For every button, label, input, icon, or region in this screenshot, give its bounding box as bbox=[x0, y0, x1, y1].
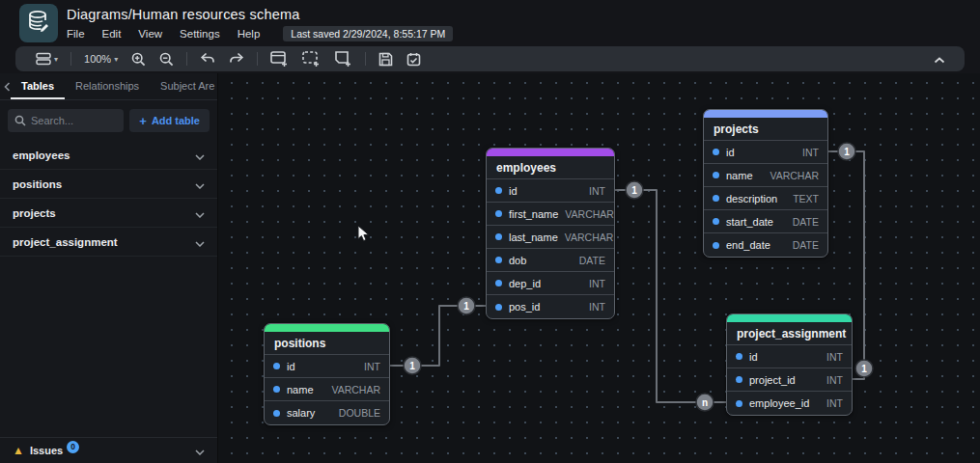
field-row-description[interactable]: descriptionTEXT bbox=[704, 187, 827, 210]
field-row-dep_id[interactable]: dep_idINT bbox=[487, 272, 614, 295]
field-row-name[interactable]: nameVARCHAR bbox=[265, 378, 389, 401]
field-dot-icon bbox=[495, 304, 502, 311]
field-type: INT bbox=[826, 397, 843, 409]
field-row-dob[interactable]: dobDATE bbox=[487, 249, 614, 272]
add-table-button[interactable]: + Add table bbox=[129, 109, 210, 132]
menu-file[interactable]: File bbox=[67, 28, 85, 40]
sidebar-item-employees[interactable]: employees bbox=[0, 141, 217, 170]
field-row-end_date[interactable]: end_dateDATE bbox=[704, 233, 827, 257]
field-name: project_id bbox=[749, 374, 820, 386]
table-accent-strip bbox=[265, 324, 389, 332]
sidebar-search-row: + Add table bbox=[0, 100, 217, 141]
table-header[interactable]: employees bbox=[487, 156, 614, 179]
redo-button[interactable] bbox=[222, 46, 251, 71]
undo-button[interactable] bbox=[193, 46, 222, 71]
field-row-id[interactable]: idINT bbox=[265, 355, 389, 378]
table-header[interactable]: project_assignment bbox=[727, 322, 852, 345]
save-icon bbox=[378, 52, 393, 67]
field-dot-icon bbox=[736, 400, 742, 407]
database-edit-icon bbox=[26, 9, 51, 38]
add-area-tool[interactable] bbox=[295, 46, 327, 71]
field-name: description bbox=[726, 193, 786, 204]
field-type: INT bbox=[589, 301, 605, 313]
field-row-last_name[interactable]: last_nameVARCHAR bbox=[487, 226, 614, 249]
zoom-out-button[interactable] bbox=[153, 46, 181, 71]
app-logo[interactable] bbox=[19, 4, 58, 42]
entity-table-project_assignment[interactable]: project_assignmentidINTproject_idINTempl… bbox=[726, 313, 853, 416]
field-name: pos_id bbox=[509, 301, 582, 313]
issues-section[interactable]: ▲ Issues 0 bbox=[0, 437, 217, 463]
zoom-in-button[interactable] bbox=[125, 46, 153, 71]
field-dot-icon bbox=[273, 410, 280, 417]
entity-table-employees[interactable]: employeesidINTfirst_nameVARCHARlast_name… bbox=[486, 148, 615, 319]
field-name: name bbox=[726, 170, 763, 181]
field-dot-icon bbox=[713, 172, 719, 178]
field-name: id bbox=[749, 351, 820, 363]
todo-button[interactable] bbox=[400, 46, 428, 71]
menu-settings[interactable]: Settings bbox=[180, 28, 220, 40]
collapse-header-button[interactable] bbox=[928, 50, 951, 68]
cardinality-badge bbox=[404, 357, 421, 374]
field-row-id[interactable]: idINT bbox=[704, 141, 827, 164]
diagram-menu-icon bbox=[36, 52, 51, 66]
tab-relationships[interactable]: Relationships bbox=[65, 73, 150, 99]
chevron-down-icon: ▾ bbox=[114, 55, 118, 64]
chevron-down-icon bbox=[195, 147, 205, 164]
tabs-scroll-left-button[interactable] bbox=[4, 73, 11, 99]
field-row-pos_id[interactable]: pos_idINT bbox=[487, 295, 614, 318]
sidebar-item-project_assignment[interactable]: project_assignment bbox=[0, 228, 217, 257]
tab-subject-are[interactable]: Subject Are bbox=[150, 73, 225, 99]
add-table-tool[interactable] bbox=[264, 46, 295, 71]
field-dot-icon bbox=[713, 195, 719, 202]
sidebar-item-projects[interactable]: projects bbox=[0, 199, 217, 228]
table-header[interactable]: projects bbox=[704, 118, 827, 141]
field-row-first_name[interactable]: first_nameVARCHAR bbox=[487, 203, 614, 226]
table-accent-strip bbox=[727, 314, 852, 322]
table-header[interactable]: positions bbox=[265, 332, 389, 355]
cardinality-badge bbox=[458, 297, 475, 314]
menu-bar: FileEditViewSettingsHelpLast saved 2/29/… bbox=[67, 26, 453, 41]
field-row-project_id[interactable]: project_idINT bbox=[727, 368, 852, 392]
field-name: dep_id bbox=[509, 278, 582, 289]
field-dot-icon bbox=[495, 280, 502, 286]
field-type: VARCHAR bbox=[770, 170, 819, 181]
field-row-name[interactable]: nameVARCHAR bbox=[704, 164, 827, 187]
field-name: id bbox=[287, 361, 357, 372]
toolbar-separator bbox=[186, 52, 187, 66]
toolbar-separator bbox=[70, 52, 71, 66]
menu-help[interactable]: Help bbox=[238, 28, 261, 40]
cardinality-label: 1 bbox=[463, 301, 469, 312]
entity-table-projects[interactable]: projectsidINTnameVARCHARdescriptionTEXTs… bbox=[703, 109, 828, 258]
field-dot-icon bbox=[736, 353, 742, 360]
add-note-tool[interactable] bbox=[327, 46, 359, 71]
field-dot-icon bbox=[713, 242, 719, 249]
add-area-icon bbox=[302, 51, 321, 68]
sidebar-item-positions[interactable]: positions bbox=[0, 170, 217, 199]
zoom-level-dropdown[interactable]: 100% ▾ bbox=[77, 46, 125, 71]
diagram-canvas[interactable]: 111n11 employeesidINTfirst_nameVARCHARla… bbox=[218, 73, 980, 463]
diagram-menu-button[interactable]: ▾ bbox=[29, 46, 65, 71]
entity-table-positions[interactable]: positionsidINTnameVARCHARsalaryDOUBLE bbox=[264, 323, 390, 425]
field-row-id[interactable]: idINT bbox=[487, 179, 614, 203]
field-dot-icon bbox=[713, 149, 719, 155]
field-name: dob bbox=[509, 255, 573, 266]
field-dot-icon bbox=[495, 187, 502, 194]
cardinality-label: 1 bbox=[409, 361, 415, 371]
save-button[interactable] bbox=[372, 46, 400, 71]
sidebar-item-label: projects bbox=[13, 207, 56, 219]
relationship-positions_id__employees_pos_id[interactable] bbox=[390, 306, 486, 366]
chevron-down-icon bbox=[195, 176, 205, 193]
field-row-salary[interactable]: salaryDOUBLE bbox=[265, 401, 389, 424]
tab-tables[interactable]: Tables bbox=[11, 73, 65, 99]
menu-view[interactable]: View bbox=[138, 28, 162, 40]
field-row-id[interactable]: idINT bbox=[727, 345, 852, 368]
field-row-start_date[interactable]: start_dateDATE bbox=[704, 210, 827, 233]
table-list: employeespositionsprojectsproject_assign… bbox=[0, 141, 217, 257]
field-name: employee_id bbox=[749, 397, 820, 409]
menu-edit[interactable]: Edit bbox=[102, 28, 122, 40]
table-name: project_assignment bbox=[737, 327, 846, 340]
field-row-employee_id[interactable]: employee_idINT bbox=[727, 392, 852, 415]
field-dot-icon bbox=[273, 386, 280, 393]
field-name: salary bbox=[287, 407, 332, 419]
field-dot-icon bbox=[713, 218, 719, 225]
